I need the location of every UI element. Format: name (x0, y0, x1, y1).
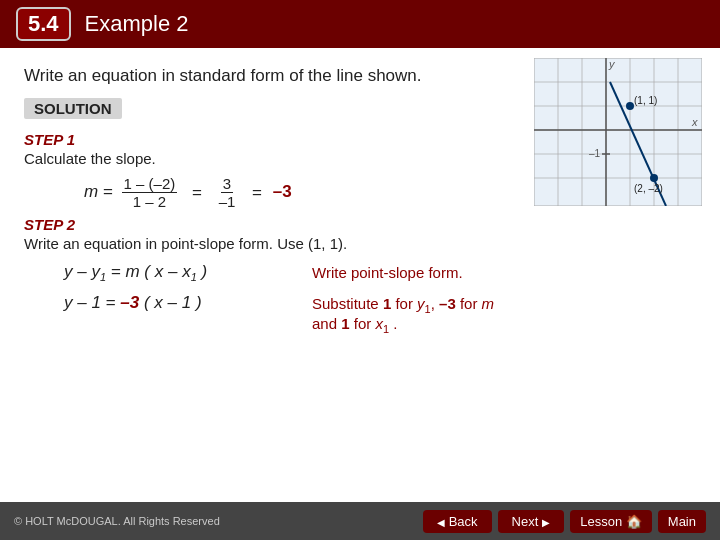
eq1-minus2: – (168, 262, 182, 281)
eq2-sub-label2: 1 (383, 323, 389, 335)
simplified-numerator: 3 (221, 175, 233, 193)
next-label: Next (512, 514, 539, 529)
solution-label: SOLUTION (24, 98, 122, 119)
eq2-neg3: –3 (439, 295, 456, 312)
example-title: Example 2 (85, 11, 189, 37)
main-label: Main (668, 514, 696, 529)
simplified-fraction: 3 –1 (217, 175, 238, 210)
fraction-denominator: 1 – 2 (131, 193, 168, 210)
lesson-button[interactable]: Lesson 🏠 (570, 510, 652, 533)
equals-sign: = (103, 182, 118, 201)
copyright-text: © HOLT McDOUGAL. All Rights Reserved (14, 515, 220, 527)
lesson-label: Lesson (580, 514, 622, 529)
svg-text:–1: –1 (589, 148, 601, 159)
eq2-period: . (393, 315, 397, 332)
footer: © HOLT McDOUGAL. All Rights Reserved Bac… (0, 502, 720, 540)
eq2-m-label: m (482, 295, 495, 312)
eq1-x: x (155, 262, 164, 281)
home-icon: 🏠 (626, 514, 642, 529)
eq1-m: m (125, 262, 139, 281)
equals3: = (252, 183, 262, 202)
back-arrow-icon (437, 514, 445, 529)
eq1-y1: y (91, 262, 100, 281)
section-badge: 5.4 (16, 7, 71, 41)
eq2-and: and (312, 315, 341, 332)
eq1-paren: ( (144, 262, 150, 281)
svg-text:(1, 1): (1, 1) (634, 95, 657, 106)
eq2-x: x (154, 293, 163, 312)
eq2-for-x1: for (354, 315, 376, 332)
eq2-minus2: – 1 (168, 293, 192, 312)
back-label: Back (449, 514, 478, 529)
eq2-paren2: ) (196, 293, 202, 312)
eq2-for-m: for (460, 295, 482, 312)
next-arrow-icon (542, 514, 550, 529)
eq2-y: y (64, 293, 73, 312)
eq1-eq: = (111, 262, 126, 281)
equals2: = (192, 183, 202, 202)
main-button[interactable]: Main (658, 510, 706, 533)
eq2-y1-label: y (417, 295, 425, 312)
equation-row-2: y – 1 = –3 ( x – 1 ) Substitute 1 for y1… (64, 293, 696, 335)
eq2-left: y – 1 = –3 ( x – 1 ) (64, 293, 284, 313)
eq1-minus: – (77, 262, 91, 281)
equation-row-1: y – y1 = m ( x – x1 ) Write point-slope … (64, 262, 696, 283)
eq1-y: y (64, 262, 73, 281)
eq2-comma: , (431, 295, 439, 312)
svg-point-19 (650, 174, 658, 182)
eq2-minus: – 1 = (77, 293, 120, 312)
footer-buttons: Back Next Lesson 🏠 Main (423, 510, 706, 533)
step2-header: STEP 2 (24, 216, 696, 233)
eq1-left: y – y1 = m ( x – x1 ) (64, 262, 284, 283)
simplified-denominator: –1 (217, 193, 238, 210)
graph-svg: x y (1, 1) (2, –2) –1 (534, 58, 702, 206)
eq2-paren1: ( (144, 293, 150, 312)
eq2-1-for-x: 1 (341, 315, 349, 332)
graph-container: x y (1, 1) (2, –2) –1 (534, 58, 702, 206)
eq2-for-y1: for (395, 295, 417, 312)
slope-fraction: 1 – (–2) 1 – 2 (122, 175, 178, 210)
main-content: x y (1, 1) (2, –2) –1 Write an equation … (0, 48, 720, 351)
eq2-x1-label: x (375, 315, 383, 332)
eq2-right-text: Substitute (312, 295, 383, 312)
slope-result: –3 (273, 182, 292, 201)
fraction-numerator: 1 – (–2) (122, 175, 178, 193)
svg-point-17 (626, 102, 634, 110)
eq1-right: Write point-slope form. (312, 262, 463, 281)
eq1-x1: x (182, 262, 191, 281)
next-button[interactable]: Next (498, 510, 565, 533)
eq2-right: Substitute 1 for y1, –3 for m and 1 for … (312, 293, 494, 335)
step2-text: Write an equation in point-slope form. U… (24, 235, 696, 252)
header: 5.4 Example 2 (0, 0, 720, 48)
eq2-slope: –3 (120, 293, 139, 312)
eq1-sub2: 1 (191, 271, 197, 283)
eq2-sub-1: 1 (383, 295, 391, 312)
svg-text:(2, –2): (2, –2) (634, 183, 663, 194)
eq1-paren2: ) (202, 262, 208, 281)
svg-text:x: x (691, 116, 698, 128)
m-label: m (84, 182, 98, 201)
back-button[interactable]: Back (423, 510, 492, 533)
eq1-sub1: 1 (100, 271, 106, 283)
svg-rect-0 (534, 58, 702, 206)
